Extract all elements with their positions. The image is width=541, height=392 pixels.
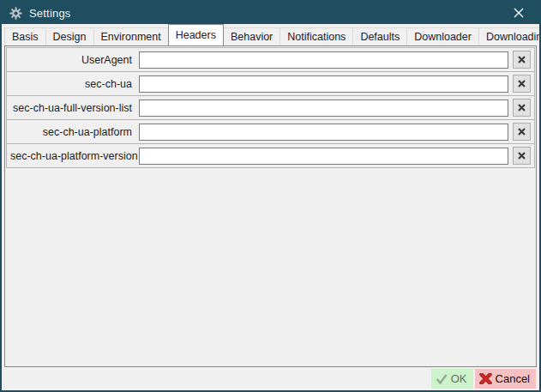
header-row-sec-ch-ua-full-version-list: sec-ch-ua-full-version-list <box>6 95 535 120</box>
sec-ch-ua-full-version-list-label: sec-ch-ua-full-version-list <box>10 102 139 114</box>
gear-icon <box>9 7 22 20</box>
dialog-footer: OK Cancel <box>3 367 538 390</box>
tab-defaults[interactable]: Defaults <box>352 27 407 45</box>
tab-behavior[interactable]: Behavior <box>223 27 280 45</box>
headers-tab-panel: UserAgent sec-ch-ua sec-ch-ua-full-versi… <box>4 45 537 367</box>
settings-window: Settings Basis Design Environment Header… <box>0 0 541 392</box>
sec-ch-ua-platform-label: sec-ch-ua-platform <box>10 126 139 138</box>
tab-downloading[interactable]: Downloading <box>478 27 541 45</box>
window-title: Settings <box>29 7 71 20</box>
tab-downloader[interactable]: Downloader <box>406 27 479 45</box>
header-row-sec-ch-ua: sec-ch-ua <box>6 71 535 96</box>
sec-ch-ua-platform-version-label: sec-ch-ua-platform-version <box>10 150 139 162</box>
clear-x-icon[interactable] <box>513 99 531 117</box>
tab-headers[interactable]: Headers <box>168 24 224 45</box>
sec-ch-ua-input[interactable] <box>139 75 508 93</box>
sec-ch-ua-platform-version-input[interactable] <box>139 148 508 165</box>
close-icon[interactable] <box>506 2 532 24</box>
sec-ch-ua-label: sec-ch-ua <box>10 78 139 90</box>
useragent-label: UserAgent <box>10 54 139 66</box>
red-x-icon <box>479 373 492 384</box>
header-row-sec-ch-ua-platform-version: sec-ch-ua-platform-version <box>6 143 535 168</box>
clear-x-icon[interactable] <box>513 75 531 93</box>
header-row-useragent: UserAgent <box>6 47 535 72</box>
sec-ch-ua-full-version-list-input[interactable] <box>139 100 508 117</box>
tab-design[interactable]: Design <box>45 27 94 45</box>
tab-basis[interactable]: Basis <box>4 27 46 45</box>
cancel-button-label: Cancel <box>496 372 530 385</box>
title-bar: Settings <box>2 2 539 24</box>
ok-button[interactable]: OK <box>431 369 473 389</box>
clear-x-icon[interactable] <box>513 123 531 141</box>
cancel-button[interactable]: Cancel <box>475 369 536 389</box>
tab-environment[interactable]: Environment <box>93 27 169 45</box>
ok-button-label: OK <box>451 372 467 385</box>
tab-notifications[interactable]: Notifications <box>280 27 353 45</box>
check-icon <box>436 374 448 384</box>
useragent-input[interactable] <box>139 51 508 69</box>
settings-tab-bar: Basis Design Environment Headers Behavio… <box>2 24 539 45</box>
clear-x-icon[interactable] <box>513 51 531 69</box>
sec-ch-ua-platform-input[interactable] <box>139 124 508 141</box>
header-row-sec-ch-ua-platform: sec-ch-ua-platform <box>6 119 535 144</box>
clear-x-icon[interactable] <box>513 147 531 165</box>
